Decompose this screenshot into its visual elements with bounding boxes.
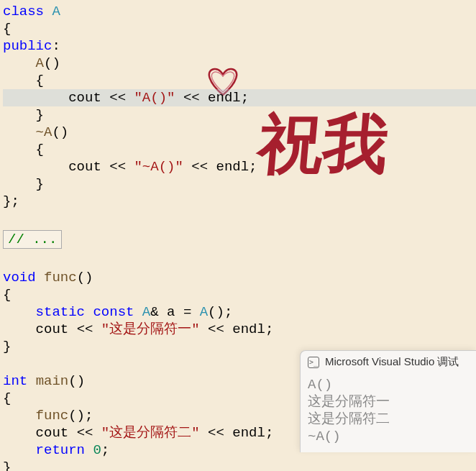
debug-console-window[interactable]: >_ Microsoft Visual Studio 调试 A() 这是分隔符一… [300,350,476,452]
code-line[interactable]: } [3,175,476,193]
code-line[interactable]: public: [3,37,476,55]
console-icon: >_ [308,357,319,368]
code-line[interactable]: cout << "这是分隔符一" << endl; [3,321,476,338]
console-line: ~A() [308,428,469,445]
console-line: 这是分隔符一 [308,393,469,411]
collapsed-region[interactable]: // ... [3,227,476,252]
code-line[interactable]: class A [3,3,476,20]
code-line[interactable]: cout << "~A()" << endl; [3,158,476,175]
code-line[interactable]: } [3,106,476,124]
console-line: A() [308,376,469,393]
code-line[interactable] [3,252,476,269]
code-line[interactable]: void func() [3,269,476,286]
console-line: 这是分隔符二 [308,411,469,428]
console-title-text: Microsoft Visual Studio 调试 [325,355,459,369]
code-line[interactable]: { [3,141,476,158]
console-output[interactable]: A() 这是分隔符一 这是分隔符二 ~A() [301,373,476,452]
code-line[interactable]: A() [3,55,476,72]
code-line[interactable]: { [3,286,476,303]
code-line[interactable]: } [3,459,476,471]
code-line[interactable]: static const A& a = A(); [3,303,476,321]
console-titlebar[interactable]: >_ Microsoft Visual Studio 调试 [301,351,476,373]
code-line[interactable]: ~A() [3,124,476,141]
code-line[interactable]: { [3,72,476,89]
code-line[interactable]: { [3,20,476,37]
code-line[interactable] [3,210,476,227]
code-line[interactable]: }; [3,193,476,210]
code-line-current[interactable]: cout << "A()" << endl; [3,89,476,106]
